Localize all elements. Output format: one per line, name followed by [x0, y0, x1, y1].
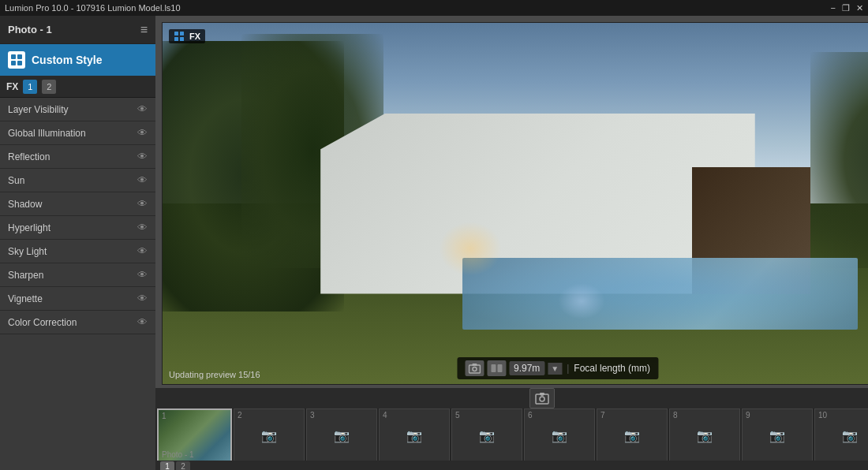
- svg-rect-8: [469, 365, 480, 373]
- viewport-focal-label: Focal length (mm): [574, 363, 650, 374]
- fx-item-label: Sharpen: [8, 270, 43, 281]
- film-camera-icon: 📷: [769, 428, 785, 443]
- custom-style-bar[interactable]: Custom Style: [0, 44, 155, 76]
- svg-point-14: [540, 397, 544, 401]
- film-camera-icon: 📷: [697, 428, 713, 443]
- fx-item-global-illumination[interactable]: Global Illumination 👁: [0, 121, 155, 145]
- titlebar-controls[interactable]: − ❐ ✕: [831, 3, 863, 13]
- close-button[interactable]: ✕: [856, 3, 863, 13]
- fx-item-hyperlight[interactable]: Hyperlight 👁: [0, 216, 155, 240]
- eye-icon[interactable]: 👁: [137, 245, 148, 257]
- photo-header-title: Photo - 1: [8, 24, 52, 35]
- film-slot-num: 1: [162, 412, 166, 420]
- custom-style-label: Custom Style: [32, 54, 102, 66]
- titlebar: Lumion Pro 10.0 - 107916 Lumion Model.ls…: [0, 0, 868, 16]
- film-slot-5[interactable]: 5 📷: [451, 408, 522, 461]
- film-slot-4[interactable]: 4 📷: [379, 408, 450, 461]
- eye-icon[interactable]: 👁: [137, 222, 148, 233]
- titlebar-title: Lumion Pro 10.0 - 107916 Lumion Model.ls…: [5, 3, 181, 13]
- bottom-area: 1 Photo - 1 2 📷 3 📷 4 📷: [155, 385, 868, 470]
- eye-icon[interactable]: 👁: [137, 151, 148, 162]
- film-slot-6[interactable]: 6 📷: [524, 408, 595, 461]
- fx-tab-1[interactable]: 1: [23, 80, 37, 94]
- photo-header: Photo - 1 ≡: [0, 16, 155, 44]
- left-panel: Photo - 1 ≡ Custom Style FX 1 2: [0, 16, 155, 470]
- viewport-camera-btn[interactable]: [465, 360, 484, 376]
- content-area: FX 1 9.97m: [155, 16, 868, 470]
- svg-rect-12: [497, 364, 502, 372]
- eye-icon[interactable]: 👁: [137, 293, 148, 304]
- film-slot-2[interactable]: 2 📷: [234, 408, 305, 461]
- strip-tab-1[interactable]: 1: [160, 461, 174, 470]
- fx-tabs-bar: FX 1 2: [0, 76, 155, 98]
- fx-viewport-badge: FX: [169, 29, 205, 43]
- svg-rect-7: [180, 37, 184, 41]
- film-slot-label: Photo - 1: [162, 450, 194, 459]
- film-slot-9[interactable]: 9 📷: [742, 408, 813, 461]
- svg-rect-2: [11, 61, 16, 65]
- viewport-distance-dropdown[interactable]: ▼: [548, 363, 562, 375]
- svg-rect-3: [17, 61, 22, 65]
- restore-button[interactable]: ❐: [842, 3, 850, 13]
- eye-icon[interactable]: 👁: [137, 103, 148, 115]
- fx-item-label: Layer Visibility: [8, 104, 68, 115]
- film-camera-icon: 📷: [261, 428, 277, 443]
- film-slot-1[interactable]: 1 Photo - 1: [157, 408, 232, 461]
- fx-item-color-correction[interactable]: Color Correction 👁: [0, 311, 155, 334]
- fx-list: Layer Visibility 👁 Global Illumination 👁…: [0, 98, 155, 470]
- scene-art: [163, 23, 868, 384]
- strip-page-tabs: 1 2: [155, 461, 868, 470]
- eye-icon[interactable]: 👁: [137, 174, 148, 186]
- minimize-button[interactable]: −: [831, 3, 836, 13]
- film-slot-8[interactable]: 8 📷: [669, 408, 740, 461]
- fx-item-label: Reflection: [8, 151, 50, 162]
- custom-style-icon: [8, 51, 25, 69]
- eye-icon[interactable]: 👁: [137, 198, 148, 210]
- film-camera-icon: 📷: [842, 428, 858, 443]
- preview-status: Updating preview 15/16: [169, 370, 260, 379]
- fx-item-sky-light[interactable]: Sky Light 👁: [0, 240, 155, 263]
- fx-item-shadow[interactable]: Shadow 👁: [0, 192, 155, 216]
- eye-icon[interactable]: 👁: [137, 127, 148, 139]
- fx-label: FX: [6, 81, 18, 92]
- film-camera-icon: 📷: [334, 428, 350, 443]
- film-slot-7[interactable]: 7 📷: [597, 408, 668, 461]
- viewport-bottom-controls: 9.97m ▼ | Focal length (mm): [457, 357, 658, 379]
- filmstrip: 1 Photo - 1 2 📷 3 📷 4 📷: [155, 408, 868, 461]
- viewport-swap-btn[interactable]: [487, 360, 506, 376]
- viewport: FX 1 9.97m: [162, 22, 868, 385]
- fx-item-label: Hyperlight: [8, 222, 51, 233]
- eye-icon[interactable]: 👁: [137, 269, 148, 281]
- fx-badge-label: FX: [189, 32, 200, 41]
- fx-item-sharpen[interactable]: Sharpen 👁: [0, 263, 155, 287]
- eye-icon[interactable]: 👁: [137, 316, 148, 328]
- svg-rect-11: [491, 364, 496, 372]
- fx-item-label: Color Correction: [8, 317, 77, 328]
- fx-item-label: Global Illumination: [8, 128, 86, 139]
- svg-rect-4: [174, 32, 178, 35]
- film-slot-3[interactable]: 3 📷: [306, 408, 377, 461]
- film-slot-10[interactable]: 10 📷: [814, 408, 868, 461]
- fx-item-label: Vignette: [8, 293, 43, 304]
- svg-rect-5: [180, 32, 184, 35]
- svg-rect-10: [472, 364, 477, 366]
- fx-item-vignette[interactable]: Vignette 👁: [0, 287, 155, 311]
- fx-item-reflection[interactable]: Reflection 👁: [0, 145, 155, 169]
- main-container: Photo - 1 ≡ Custom Style FX 1 2: [0, 16, 868, 470]
- camera-upload-button[interactable]: [529, 388, 555, 408]
- svg-point-9: [472, 367, 476, 371]
- strip-tab-2[interactable]: 2: [176, 461, 190, 470]
- hamburger-menu-icon[interactable]: ≡: [140, 23, 148, 37]
- film-camera-icon: 📷: [552, 428, 567, 443]
- film-camera-icon: 📷: [406, 428, 422, 443]
- fx-item-sun[interactable]: Sun 👁: [0, 169, 155, 192]
- svg-rect-1: [17, 54, 22, 59]
- film-camera-icon: 📷: [624, 428, 640, 443]
- fx-tab-2[interactable]: 2: [42, 80, 56, 94]
- fx-item-label: Sky Light: [8, 246, 47, 257]
- svg-rect-6: [174, 37, 178, 41]
- film-camera-icon: 📷: [479, 428, 495, 443]
- fx-item-layer-visibility[interactable]: Layer Visibility 👁: [0, 98, 155, 121]
- filmstrip-area: 1 Photo - 1 2 📷 3 📷 4 📷: [155, 388, 868, 470]
- fx-item-label: Sun: [8, 175, 24, 186]
